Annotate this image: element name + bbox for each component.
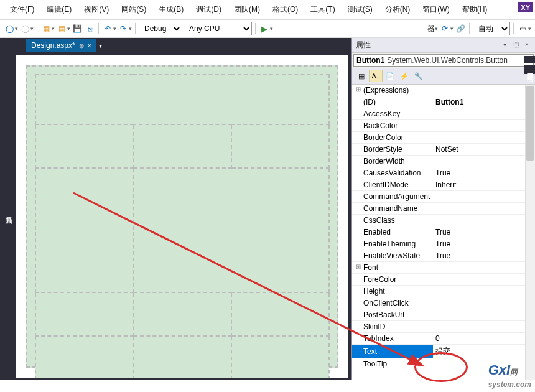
- property-value[interactable]: [433, 266, 535, 269]
- property-row[interactable]: Text提交: [352, 345, 535, 358]
- table-cell[interactable]: [231, 292, 329, 336]
- configuration-select[interactable]: Debug: [139, 22, 182, 35]
- undo-dropdown-icon[interactable]: ▾: [113, 26, 116, 32]
- property-row[interactable]: EnableThemingTrue: [352, 238, 535, 250]
- table-cell[interactable]: [133, 336, 231, 378]
- menu-build[interactable]: 生成(B): [154, 2, 188, 17]
- tabs-dropdown-icon[interactable]: ▾: [99, 42, 102, 49]
- properties-grid[interactable]: ⊞(Expressions)(ID)Button1AccessKeyBackCo…: [352, 85, 535, 380]
- design-canvas[interactable]: [26, 65, 338, 368]
- property-pages-icon[interactable]: 🔧: [412, 70, 426, 82]
- nav-forward-dropdown-icon[interactable]: ▾: [30, 26, 34, 32]
- refresh-icon[interactable]: ⟳: [439, 23, 450, 34]
- property-value[interactable]: Inherit: [433, 179, 535, 190]
- align-icon[interactable]: ▭: [517, 23, 528, 34]
- categorized-icon[interactable]: ▦: [355, 70, 368, 82]
- table-cell[interactable]: [133, 168, 329, 292]
- refresh-dropdown-icon[interactable]: ▾: [450, 26, 454, 32]
- object-selector[interactable]: Button1 System.Web.UI.WebControls.Button…: [353, 54, 534, 67]
- close-icon[interactable]: ×: [88, 42, 91, 49]
- menu-test[interactable]: 测试(S): [343, 2, 378, 17]
- auto-select[interactable]: 自动: [473, 22, 510, 35]
- nav-dropdown-icon[interactable]: ▾: [15, 26, 18, 32]
- toolbox-rail[interactable]: 工具箱: [0, 38, 14, 380]
- property-row[interactable]: SkinID: [352, 321, 535, 333]
- browser-dropdown-icon[interactable]: ▾: [435, 26, 438, 32]
- save-icon[interactable]: 💾: [72, 23, 83, 34]
- open-dropdown-icon[interactable]: ▾: [67, 26, 70, 32]
- property-row[interactable]: TabIndex0: [352, 333, 535, 345]
- property-row[interactable]: PostBackUrl: [352, 309, 535, 321]
- panel-pin-icon[interactable]: ⬚: [511, 41, 520, 50]
- designer-surface[interactable]: [16, 55, 348, 378]
- property-row[interactable]: ForeColor: [352, 274, 535, 286]
- property-value[interactable]: True: [433, 250, 535, 261]
- property-value[interactable]: True: [433, 238, 535, 250]
- table-cell[interactable]: [35, 124, 133, 168]
- solution-explorer-rail[interactable]: 解决方案资源管理器: [524, 56, 535, 63]
- layout-table[interactable]: [35, 74, 330, 378]
- table-cell[interactable]: [133, 292, 231, 336]
- property-row[interactable]: BorderWidth: [352, 156, 535, 167]
- property-value[interactable]: [433, 290, 535, 292]
- redo-dropdown-icon[interactable]: ▾: [129, 26, 132, 32]
- menu-tools[interactable]: 工具(T): [305, 2, 340, 17]
- table-cell[interactable]: [35, 336, 133, 378]
- expand-icon[interactable]: ⊞: [353, 86, 363, 95]
- table-cell[interactable]: [133, 124, 231, 168]
- alphabetical-icon[interactable]: A↓: [369, 70, 383, 82]
- property-row[interactable]: BorderColor: [352, 132, 535, 144]
- table-cell[interactable]: [231, 336, 329, 378]
- property-value[interactable]: [433, 325, 535, 328]
- property-value[interactable]: [433, 160, 535, 162]
- table-cell[interactable]: [231, 124, 329, 168]
- property-row[interactable]: ⊞Font: [352, 262, 535, 274]
- property-value[interactable]: [433, 124, 535, 127]
- property-row[interactable]: OnClientClick: [352, 297, 535, 309]
- property-value[interactable]: Button1: [433, 96, 535, 108]
- menu-help[interactable]: 帮助(H): [457, 2, 493, 17]
- menu-file[interactable]: 文件(F): [5, 2, 39, 17]
- scroll-thumb[interactable]: [526, 86, 534, 161]
- menu-team[interactable]: 团队(M): [229, 2, 265, 17]
- menu-edit[interactable]: 编辑(E): [42, 2, 77, 17]
- start-dropdown-icon[interactable]: ▾: [270, 26, 273, 32]
- panel-dropdown-icon[interactable]: ▾: [500, 41, 509, 50]
- nav-forward-icon[interactable]: ◯: [19, 23, 30, 34]
- property-row[interactable]: ClientIDModeInherit: [352, 179, 535, 191]
- property-row[interactable]: CssClass: [352, 215, 535, 226]
- team-explorer-rail[interactable]: 团队资源管理器 属性: [524, 65, 535, 74]
- expand-icon[interactable]: ⊞: [353, 263, 363, 272]
- table-cell[interactable]: [35, 292, 133, 336]
- property-value[interactable]: [433, 278, 535, 281]
- property-row[interactable]: EnabledTrue: [352, 226, 535, 238]
- property-value[interactable]: [433, 136, 535, 139]
- property-value[interactable]: NotSet: [433, 144, 535, 155]
- pin-icon[interactable]: ⊕: [79, 42, 84, 49]
- start-debug-icon[interactable]: ▶: [259, 23, 270, 34]
- property-value[interactable]: [433, 314, 535, 316]
- property-value[interactable]: True: [433, 226, 535, 238]
- property-row[interactable]: EnableViewStateTrue: [352, 250, 535, 262]
- properties-icon[interactable]: 📄: [383, 70, 397, 82]
- property-value[interactable]: [433, 207, 535, 210]
- menu-website[interactable]: 网站(S): [116, 2, 151, 17]
- menu-view[interactable]: 视图(V): [79, 2, 114, 17]
- property-row[interactable]: ⊞(Expressions): [352, 85, 535, 96]
- property-row[interactable]: CommandName: [352, 203, 535, 215]
- table-cell[interactable]: [35, 168, 133, 292]
- property-row[interactable]: BackColor: [352, 120, 535, 132]
- property-value[interactable]: [433, 302, 535, 304]
- property-row[interactable]: (ID)Button1: [352, 96, 535, 108]
- property-row[interactable]: Height: [352, 286, 535, 297]
- doc-tab-design[interactable]: Design.aspx* ⊕ ×: [26, 39, 96, 52]
- property-value[interactable]: True: [433, 167, 535, 179]
- platform-select[interactable]: Any CPU: [184, 22, 252, 35]
- undo-icon[interactable]: ↶: [102, 23, 113, 34]
- property-value[interactable]: [433, 113, 535, 115]
- nav-back-icon[interactable]: ◯: [4, 23, 15, 34]
- table-cell[interactable]: [35, 75, 329, 124]
- menu-window[interactable]: 窗口(W): [417, 2, 454, 17]
- property-value[interactable]: 0: [433, 333, 535, 344]
- menu-analyze[interactable]: 分析(N): [380, 2, 416, 17]
